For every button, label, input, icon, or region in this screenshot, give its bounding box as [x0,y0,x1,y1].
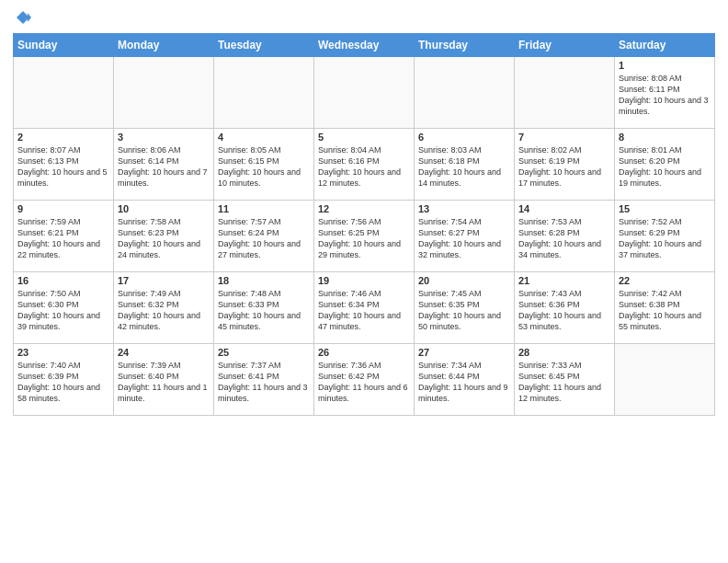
calendar-cell: 2Sunrise: 8:07 AM Sunset: 6:13 PM Daylig… [14,129,114,201]
calendar-cell: 17Sunrise: 7:49 AM Sunset: 6:32 PM Dayli… [114,272,214,344]
calendar-cell: 20Sunrise: 7:45 AM Sunset: 6:35 PM Dayli… [415,272,515,344]
day-info: Sunrise: 8:01 AM Sunset: 6:20 PM Dayligh… [619,144,711,190]
day-info: Sunrise: 8:07 AM Sunset: 6:13 PM Dayligh… [17,144,109,190]
day-info: Sunrise: 8:03 AM Sunset: 6:18 PM Dayligh… [418,144,510,190]
day-number: 22 [619,275,711,286]
calendar-cell: 13Sunrise: 7:54 AM Sunset: 6:27 PM Dayli… [415,201,515,272]
day-number: 14 [518,203,610,214]
calendar-cell: 4Sunrise: 8:05 AM Sunset: 6:15 PM Daylig… [214,129,314,201]
day-info: Sunrise: 7:45 AM Sunset: 6:35 PM Dayligh… [418,288,510,333]
page: SundayMondayTuesdayWednesdayThursdayFrid… [0,0,728,563]
day-number: 13 [418,203,510,214]
day-number: 15 [619,203,711,214]
calendar-cell: 16Sunrise: 7:50 AM Sunset: 6:30 PM Dayli… [14,272,114,344]
day-number: 7 [518,132,610,143]
day-info: Sunrise: 7:33 AM Sunset: 6:45 PM Dayligh… [518,360,610,405]
day-info: Sunrise: 7:59 AM Sunset: 6:21 PM Dayligh… [17,216,109,261]
day-info: Sunrise: 8:08 AM Sunset: 6:11 PM Dayligh… [619,73,711,118]
day-info: Sunrise: 8:04 AM Sunset: 6:16 PM Dayligh… [318,144,410,190]
calendar-header-wednesday: Wednesday [314,34,415,57]
calendar-header-thursday: Thursday [415,34,515,57]
calendar-header-monday: Monday [114,34,214,57]
day-info: Sunrise: 7:37 AM Sunset: 6:41 PM Dayligh… [218,360,310,405]
day-number: 17 [118,275,210,286]
calendar-cell: 24Sunrise: 7:39 AM Sunset: 6:40 PM Dayli… [114,344,214,416]
calendar-cell: 15Sunrise: 7:52 AM Sunset: 6:29 PM Dayli… [615,201,715,272]
day-info: Sunrise: 7:48 AM Sunset: 6:33 PM Dayligh… [218,288,310,333]
day-info: Sunrise: 7:53 AM Sunset: 6:28 PM Dayligh… [518,216,610,261]
day-number: 25 [218,347,310,358]
day-number: 3 [118,132,210,143]
day-number: 28 [518,347,610,358]
calendar-week-row: 9Sunrise: 7:59 AM Sunset: 6:21 PM Daylig… [14,201,715,272]
calendar-cell: 22Sunrise: 7:42 AM Sunset: 6:38 PM Dayli… [615,272,715,344]
calendar-cell: 11Sunrise: 7:57 AM Sunset: 6:24 PM Dayli… [214,201,314,272]
day-info: Sunrise: 7:40 AM Sunset: 6:39 PM Dayligh… [17,360,109,405]
calendar-week-row: 16Sunrise: 7:50 AM Sunset: 6:30 PM Dayli… [14,272,715,344]
calendar-cell: 19Sunrise: 7:46 AM Sunset: 6:34 PM Dayli… [314,272,415,344]
calendar-header-saturday: Saturday [615,34,715,57]
calendar-cell: 25Sunrise: 7:37 AM Sunset: 6:41 PM Dayli… [214,344,314,416]
day-info: Sunrise: 7:42 AM Sunset: 6:38 PM Dayligh… [619,288,711,333]
day-number: 20 [418,275,510,286]
day-number: 10 [118,203,210,214]
calendar-header-row: SundayMondayTuesdayWednesdayThursdayFrid… [14,34,715,57]
calendar-header-tuesday: Tuesday [214,34,314,57]
day-number: 5 [318,132,410,143]
calendar-cell: 26Sunrise: 7:36 AM Sunset: 6:42 PM Dayli… [314,344,415,416]
day-number: 16 [17,275,109,286]
day-info: Sunrise: 7:50 AM Sunset: 6:30 PM Dayligh… [17,288,109,333]
calendar-cell [314,57,415,129]
calendar-week-row: 1Sunrise: 8:08 AM Sunset: 6:11 PM Daylig… [14,57,715,129]
day-number: 18 [218,275,310,286]
day-info: Sunrise: 7:56 AM Sunset: 6:25 PM Dayligh… [318,216,410,261]
calendar-week-row: 2Sunrise: 8:07 AM Sunset: 6:13 PM Daylig… [14,129,715,201]
day-number: 19 [318,275,410,286]
calendar-cell: 28Sunrise: 7:33 AM Sunset: 6:45 PM Dayli… [515,344,615,416]
calendar-cell [114,57,214,129]
calendar-week-row: 23Sunrise: 7:40 AM Sunset: 6:39 PM Dayli… [14,344,715,416]
calendar-cell: 5Sunrise: 8:04 AM Sunset: 6:16 PM Daylig… [314,129,415,201]
day-number: 8 [619,132,711,143]
calendar-cell [14,57,114,129]
calendar-cell: 8Sunrise: 8:01 AM Sunset: 6:20 PM Daylig… [615,129,715,201]
day-number: 6 [418,132,510,143]
calendar-cell: 23Sunrise: 7:40 AM Sunset: 6:39 PM Dayli… [14,344,114,416]
calendar-cell [515,57,615,129]
calendar-cell: 12Sunrise: 7:56 AM Sunset: 6:25 PM Dayli… [314,201,415,272]
calendar-cell: 7Sunrise: 8:02 AM Sunset: 6:19 PM Daylig… [515,129,615,201]
calendar-cell: 10Sunrise: 7:58 AM Sunset: 6:23 PM Dayli… [114,201,214,272]
calendar-cell: 27Sunrise: 7:34 AM Sunset: 6:44 PM Dayli… [415,344,515,416]
day-number: 23 [17,347,109,358]
calendar-cell: 9Sunrise: 7:59 AM Sunset: 6:21 PM Daylig… [14,201,114,272]
calendar-cell: 18Sunrise: 7:48 AM Sunset: 6:33 PM Dayli… [214,272,314,344]
day-info: Sunrise: 8:06 AM Sunset: 6:14 PM Dayligh… [118,144,210,190]
calendar-cell [615,344,715,416]
day-info: Sunrise: 8:02 AM Sunset: 6:19 PM Dayligh… [518,144,610,190]
day-number: 12 [318,203,410,214]
calendar-cell: 3Sunrise: 8:06 AM Sunset: 6:14 PM Daylig… [114,129,214,201]
calendar-cell: 21Sunrise: 7:43 AM Sunset: 6:36 PM Dayli… [515,272,615,344]
calendar-cell: 14Sunrise: 7:53 AM Sunset: 6:28 PM Dayli… [515,201,615,272]
day-number: 24 [118,347,210,358]
calendar-cell [415,57,515,129]
day-info: Sunrise: 7:46 AM Sunset: 6:34 PM Dayligh… [318,288,410,333]
day-info: Sunrise: 7:58 AM Sunset: 6:23 PM Dayligh… [118,216,210,261]
day-info: Sunrise: 7:43 AM Sunset: 6:36 PM Dayligh… [518,288,610,333]
calendar-header-friday: Friday [515,34,615,57]
day-number: 27 [418,347,510,358]
calendar-cell [214,57,314,129]
svg-marker-0 [17,11,29,24]
calendar-header-sunday: Sunday [14,34,114,57]
day-number: 26 [318,347,410,358]
day-info: Sunrise: 7:54 AM Sunset: 6:27 PM Dayligh… [418,216,510,261]
calendar-table: SundayMondayTuesdayWednesdayThursdayFrid… [13,33,715,416]
day-info: Sunrise: 7:34 AM Sunset: 6:44 PM Dayligh… [418,360,510,405]
day-number: 11 [218,203,310,214]
logo [13,9,31,26]
day-info: Sunrise: 7:57 AM Sunset: 6:24 PM Dayligh… [218,216,310,261]
svg-marker-1 [28,13,31,22]
day-number: 4 [218,132,310,143]
header [13,9,715,26]
logo-icon [15,9,31,26]
